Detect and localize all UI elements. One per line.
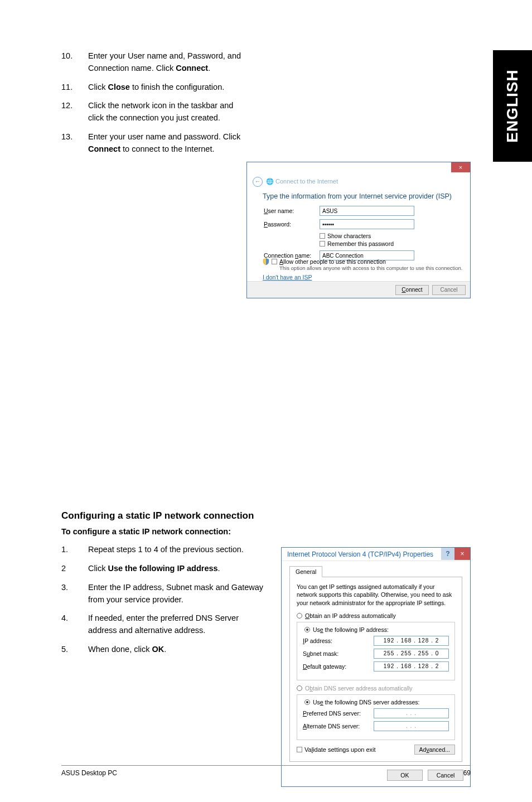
use-ip-radio[interactable]: Use the following IP address: xyxy=(303,626,390,633)
step-text: Click Close to finish the configuration. xyxy=(88,81,251,94)
step-1: 1. Repeat steps 1 to 4 of the previous s… xyxy=(61,544,268,556)
footer-page-number: 69 xyxy=(463,769,471,777)
checkbox-icon xyxy=(320,241,325,247)
close-icon[interactable]: × xyxy=(454,548,470,560)
default-gateway-input[interactable]: 192 . 168 . 128 . 2 xyxy=(374,661,449,671)
obtain-dns-radio: Obtain DNS server address automatically xyxy=(297,685,455,692)
checkbox-label: Show characters xyxy=(327,233,371,239)
advanced-button[interactable]: Advanced... xyxy=(414,745,455,755)
radio-icon xyxy=(304,699,310,705)
step-number: 12. xyxy=(61,100,88,124)
step-number: 11. xyxy=(61,81,88,94)
step-number: 2 xyxy=(61,563,88,575)
preferred-dns-input[interactable]: . . . xyxy=(374,708,449,718)
ip-address-label: IP address: xyxy=(303,637,374,644)
validate-checkbox[interactable]: Validate settings upon exit xyxy=(304,746,376,753)
allow-others-checkbox[interactable]: Allow other people to use this connectio… xyxy=(263,258,386,265)
username-label: User name: xyxy=(264,207,320,214)
close-icon[interactable]: × xyxy=(451,162,470,172)
section-heading: Configuring a static IP network connecti… xyxy=(61,510,471,521)
section-subheading: To configure a static IP network connect… xyxy=(61,527,471,536)
bold-run: OK xyxy=(152,645,164,654)
label-rest: ser name: xyxy=(268,207,294,214)
step-2: 2 Click Use the following IP address. xyxy=(61,563,268,575)
ip-address-input[interactable]: 192 . 168 . 128 . 2 xyxy=(374,636,449,646)
text-run: When done, click xyxy=(88,645,152,654)
step-number: 5. xyxy=(61,644,88,656)
step-text: Repeat steps 1 to 4 of the previous sect… xyxy=(88,544,268,556)
ip-group: Use the following IP address: IP address… xyxy=(297,622,455,680)
page-footer: ASUS Desktop PC 69 xyxy=(61,765,471,777)
checkbox-icon xyxy=(272,259,277,264)
step-text: Enter your user name and password. Click… xyxy=(88,131,251,156)
text-run: to finish the configuration. xyxy=(130,83,224,91)
radio-icon xyxy=(304,627,310,632)
text-run: Click xyxy=(88,564,108,573)
step-text: Enter the IP address, Subnet mask and Ga… xyxy=(88,582,268,606)
tab-general[interactable]: General xyxy=(289,566,322,577)
shield-icon xyxy=(263,258,269,265)
breadcrumb: 🌐 Connect to the Internet xyxy=(266,178,338,185)
subnet-mask-label: Subnet mask: xyxy=(303,650,374,657)
text-run: Enter your user name and password. Click xyxy=(88,132,240,141)
step-number: 13. xyxy=(61,131,88,156)
step-4: 4. If needed, enter the preferred DNS Se… xyxy=(61,612,268,637)
dialog-title-text: Internet Protocol Version 4 (TCP/IPv4) P… xyxy=(287,550,433,558)
step-number: 3. xyxy=(61,582,88,606)
radio-label: Obtain DNS server address automatically xyxy=(305,685,455,692)
breadcrumb-text: Connect to the Internet xyxy=(275,178,338,185)
radio-icon xyxy=(297,613,302,619)
step-12: 12. Click the network icon in the taskba… xyxy=(61,100,251,124)
radio-label: Use the following IP address: xyxy=(313,626,389,633)
text-run: Enter your User name and, Password, and … xyxy=(88,51,241,73)
step-text: Click Use the following IP address. xyxy=(88,563,268,575)
footer-left: ASUS Desktop PC xyxy=(61,769,117,777)
use-dns-radio[interactable]: Use the following DNS server addresses: xyxy=(303,699,421,706)
back-icon[interactable]: ← xyxy=(253,177,263,187)
text-run: Click xyxy=(88,83,108,91)
step-13: 13. Enter your user name and password. C… xyxy=(61,131,251,156)
help-icon[interactable]: ? xyxy=(441,548,454,560)
obtain-ip-radio[interactable]: Obtain an IP address automatically xyxy=(297,612,455,619)
subnet-mask-input[interactable]: 255 . 255 . 255 . 0 xyxy=(374,649,449,659)
dialog-button-bar: Connect Cancel xyxy=(247,281,470,298)
connect-button[interactable]: Connect xyxy=(395,285,429,295)
general-panel: You can get IP settings assigned automat… xyxy=(289,577,462,762)
language-tab-label: ENGLISH xyxy=(504,69,521,142)
step-5: 5. When done, click OK. xyxy=(61,644,268,656)
step-number: 1. xyxy=(61,544,88,556)
step-number: 10. xyxy=(61,50,88,75)
dialog-title: Internet Protocol Version 4 (TCP/IPv4) P… xyxy=(282,548,470,561)
text-run: . xyxy=(208,64,210,73)
remember-password-checkbox[interactable]: Remember this password xyxy=(320,240,453,247)
text-run: . xyxy=(164,645,166,654)
text-run: . xyxy=(218,564,220,573)
step-10: 10. Enter your User name and, Password, … xyxy=(61,50,251,75)
dialog-heading: Type the information from your Internet … xyxy=(263,192,452,200)
dns-group: Use the following DNS server addresses: … xyxy=(297,694,455,740)
steps-list-top: 10. Enter your User name and, Password, … xyxy=(61,50,251,162)
cancel-button[interactable]: Cancel xyxy=(432,285,466,295)
step-11: 11. Click Close to finish the configurat… xyxy=(61,81,251,94)
dialog-titlebar: × xyxy=(247,162,470,175)
ipv4-properties-dialog: Internet Protocol Version 4 (TCP/IPv4) P… xyxy=(281,547,471,787)
bold-run: Connect xyxy=(88,144,120,153)
step-text: Enter your User name and, Password, and … xyxy=(88,50,251,75)
password-input[interactable] xyxy=(320,219,414,229)
step-text: Click the network icon in the taskbar an… xyxy=(88,100,251,124)
default-gateway-label: Default gateway: xyxy=(303,663,374,670)
show-characters-checkbox[interactable]: Show characters xyxy=(320,233,453,239)
alternate-dns-label: Alternate DNS server: xyxy=(303,723,374,729)
preferred-dns-label: Preferred DNS server: xyxy=(303,710,374,717)
step-text: When done, click OK. xyxy=(88,644,268,656)
bold-run: Connect xyxy=(176,64,208,73)
radio-label: Use the following DNS server addresses: xyxy=(313,699,419,706)
bold-run: Use the following IP address xyxy=(108,564,217,573)
alternate-dns-input[interactable]: . . . xyxy=(374,721,449,731)
steps-list-bottom: 1. Repeat steps 1 to 4 of the previous s… xyxy=(61,544,268,662)
step-number: 4. xyxy=(61,612,88,637)
no-isp-link[interactable]: I don't have an ISP xyxy=(263,274,312,281)
step-3: 3. Enter the IP address, Subnet mask and… xyxy=(61,582,268,606)
username-input[interactable] xyxy=(320,206,414,216)
checkbox-icon xyxy=(320,233,325,239)
